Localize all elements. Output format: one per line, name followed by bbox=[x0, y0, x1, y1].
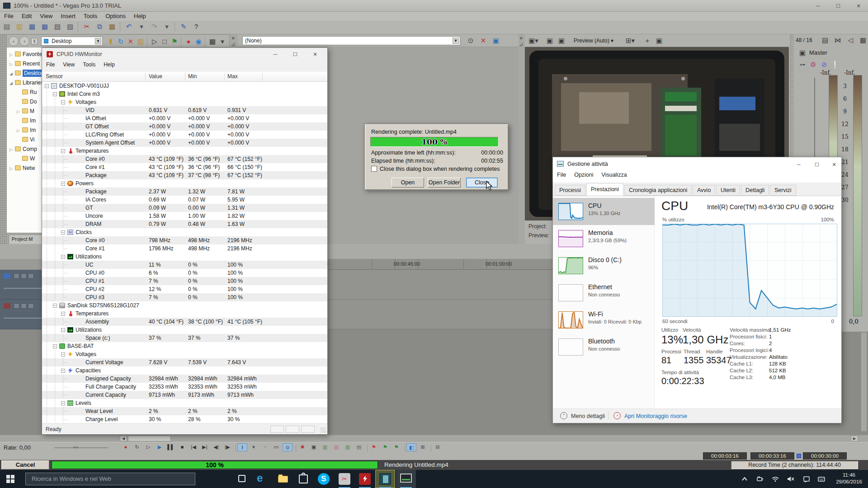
column-max[interactable]: Max bbox=[227, 73, 238, 80]
expand-collapse-icon[interactable]: − bbox=[61, 255, 65, 259]
hwmonitor-minimize-button[interactable]: ─ bbox=[268, 50, 283, 58]
taskbar-app-edge[interactable]: e bbox=[252, 470, 272, 488]
tree-item-netw[interactable]: ▷Netw bbox=[9, 165, 35, 174]
taskmgr-maximize-button[interactable]: ☐ bbox=[810, 160, 824, 169]
open-folder-button[interactable]: Open Folder bbox=[428, 178, 461, 188]
hwmonitor-maximize-button[interactable]: ☐ bbox=[288, 50, 302, 58]
sensor-row[interactable]: Package43 °C (109 °F)37 °C (98 °F)67 °C … bbox=[42, 171, 327, 179]
sensor-row[interactable]: Uncore1.58 W1.00 W1.82 W bbox=[42, 212, 327, 220]
sensor-row[interactable]: DRAM0.79 W0.48 W1.63 W bbox=[42, 220, 327, 228]
taskmgr-minimize-button[interactable]: ─ bbox=[792, 160, 806, 169]
taskbar-app-task-manager[interactable] bbox=[396, 470, 416, 488]
tm-menu-file[interactable]: File bbox=[553, 171, 570, 179]
transport-play-button[interactable]: ▶ bbox=[155, 443, 165, 451]
tab-utenti[interactable]: Utenti bbox=[716, 185, 740, 196]
taskbar-app-store[interactable] bbox=[293, 470, 313, 488]
sensor-row[interactable]: CPU #06 %0 %100 % bbox=[42, 269, 327, 277]
remove-icon[interactable]: ✕ bbox=[477, 35, 489, 47]
taskbar-app-task-view[interactable] bbox=[232, 470, 252, 488]
transport-event-b-button[interactable]: ▥ bbox=[331, 443, 341, 451]
expand-collapse-icon[interactable]: − bbox=[61, 312, 65, 316]
preview-quality-combo[interactable]: Preview (Auto) ▾ bbox=[574, 38, 613, 44]
sidebar-item-wi-fi[interactable]: Wi-FiInviati: 0 Ricevuti: 0 Kbp bbox=[553, 306, 655, 333]
new-icon[interactable]: ▤ bbox=[1, 21, 13, 33]
chevron-down-icon[interactable]: ▼ bbox=[95, 38, 101, 44]
stop-icon[interactable]: □ bbox=[160, 36, 169, 48]
sensor-group-row[interactable]: −Voltages bbox=[42, 98, 327, 106]
menu-help[interactable]: Help bbox=[130, 12, 150, 20]
back-button[interactable]: ‹ bbox=[9, 36, 19, 46]
close-when-complete-checkbox[interactable] bbox=[371, 166, 377, 172]
menu-edit[interactable]: Edit bbox=[18, 12, 36, 20]
panel-expand-icon[interactable]: ◿ bbox=[519, 42, 523, 47]
scrollbar-thumb[interactable] bbox=[128, 436, 171, 441]
tree-item-vi[interactable]: Vi bbox=[17, 136, 34, 145]
panel-close-icon[interactable]: ✕ bbox=[231, 36, 235, 41]
tree-item-w[interactable]: W bbox=[17, 155, 35, 164]
tree-item-desktop[interactable]: ◢Desktop bbox=[9, 70, 45, 79]
monitor-select-icon[interactable]: ▣▾ bbox=[528, 35, 539, 47]
expand-collapse-icon[interactable]: − bbox=[61, 230, 65, 235]
transport-trim-button[interactable]: ▣ bbox=[309, 443, 319, 451]
track-solo-button[interactable] bbox=[21, 303, 27, 309]
selection-end-timecode[interactable]: 00:00:33:16 bbox=[750, 452, 794, 460]
track-fx-button[interactable] bbox=[28, 303, 34, 309]
transport-loop-button[interactable]: ↻ bbox=[132, 443, 142, 451]
transport-delete-button[interactable]: ✖ bbox=[297, 443, 307, 451]
dock-divider-2[interactable]: ✕ ◿ bbox=[519, 34, 525, 244]
sensor-row[interactable]: LLC/Ring Offset+0.000 V+0.000 V+0.000 V bbox=[42, 131, 327, 139]
drop-icon[interactable]: ▾ bbox=[218, 36, 227, 48]
transport-play-from-start-button[interactable]: ▷ bbox=[143, 443, 153, 451]
tray-action-center-icon[interactable] bbox=[802, 475, 811, 483]
sensor-group-row[interactable]: −Utilizations bbox=[42, 326, 327, 334]
expand-collapse-icon[interactable]: − bbox=[53, 92, 57, 96]
taskbar-app-vegas[interactable] bbox=[375, 470, 395, 488]
hw-menu-view[interactable]: View bbox=[59, 61, 79, 69]
tree-item-im[interactable]: ▷Im bbox=[17, 127, 36, 136]
expand-collapse-icon[interactable]: − bbox=[61, 328, 65, 332]
expand-collapse-icon[interactable]: − bbox=[61, 352, 65, 357]
resize-grip[interactable] bbox=[321, 427, 326, 433]
auto-preview-icon[interactable]: ⚑ bbox=[170, 36, 179, 48]
expand-collapse-icon[interactable]: − bbox=[61, 100, 65, 104]
tree-item-im[interactable]: Im bbox=[17, 117, 36, 126]
help-icon[interactable]: ? bbox=[190, 21, 202, 33]
snapshot-icon[interactable]: ▣ bbox=[653, 35, 665, 47]
sidebar-item-cpu[interactable]: CPU13% 1,30 GHz bbox=[553, 198, 655, 225]
drop-icon[interactable]: ▾ bbox=[161, 21, 173, 33]
play-icon[interactable]: ▷ bbox=[150, 36, 159, 48]
timeline-hscrollbar[interactable]: ◀ ▶ bbox=[0, 435, 868, 442]
copy-frame-icon[interactable]: + bbox=[642, 35, 653, 47]
open-resource-monitor-link[interactable]: Apri Monitoraggio risorse bbox=[624, 413, 687, 419]
tray-wifi-icon[interactable] bbox=[771, 475, 779, 483]
transport-marker-button[interactable]: ⚑ bbox=[369, 443, 379, 451]
delete-icon[interactable]: ✕ bbox=[126, 36, 135, 48]
menu-file[interactable]: File bbox=[0, 12, 18, 20]
transport-region-start-button[interactable]: ⚑ bbox=[380, 443, 390, 451]
sensor-row[interactable]: Space (c:)37 %37 %37 % bbox=[42, 334, 327, 342]
sensor-row[interactable]: Core #0798 MHz498 MHz2196 MHz bbox=[42, 236, 327, 244]
taskbar-app-file-explorer[interactable] bbox=[273, 470, 293, 488]
transport-next-frame-button[interactable]: |▶ bbox=[222, 443, 232, 451]
forward-button[interactable]: › bbox=[19, 36, 29, 46]
sensor-row[interactable]: Core #11796 MHz498 MHz2196 MHz bbox=[42, 244, 327, 253]
chevron-down-icon[interactable]: ▼ bbox=[453, 38, 459, 44]
sensor-row[interactable]: System Agent Offset+0.000 V+0.000 V+0.00… bbox=[42, 139, 327, 147]
save-icon[interactable]: ▦ bbox=[26, 21, 38, 33]
sensor-row[interactable]: CPU #17 %0 %100 % bbox=[42, 277, 327, 285]
sensor-group-row[interactable]: −Temperatures bbox=[42, 147, 327, 155]
scroll-right-icon[interactable]: ▶ bbox=[851, 436, 858, 441]
tab-avvio[interactable]: Avvio bbox=[693, 185, 715, 196]
tree-item-ru[interactable]: Ru bbox=[17, 89, 37, 98]
column-value[interactable]: Value bbox=[149, 73, 162, 80]
sensor-group-row[interactable]: −Voltages bbox=[42, 350, 327, 358]
cancel-button[interactable]: Cancel bbox=[1, 460, 49, 469]
tree-item-comp[interactable]: ▷Comp bbox=[9, 146, 37, 155]
burn-icon[interactable]: ◉ bbox=[194, 36, 203, 48]
tray-chevron-up-icon[interactable] bbox=[741, 475, 749, 483]
sensor-row[interactable]: Charge Level30 %28 %30 % bbox=[42, 415, 327, 423]
sensor-row[interactable]: UC11 %0 %100 % bbox=[42, 261, 327, 269]
menu-insert[interactable]: Insert bbox=[57, 12, 80, 20]
sensor-row[interactable]: Package2.37 W1.32 W7.81 W bbox=[42, 188, 327, 196]
paste-icon[interactable]: ▩ bbox=[106, 21, 118, 33]
